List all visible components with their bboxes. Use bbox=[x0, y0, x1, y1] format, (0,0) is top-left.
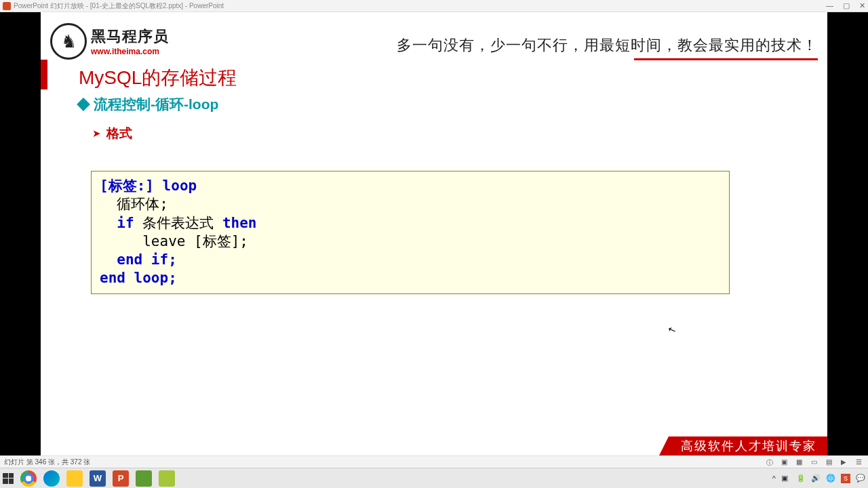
start-button[interactable] bbox=[3, 473, 14, 484]
app-icon-2[interactable] bbox=[159, 470, 175, 487]
status-right: ⓘ ▣ ▦ ▭ ▤ ▶ ☰ bbox=[766, 458, 864, 466]
volume-icon[interactable]: 🔊 bbox=[811, 474, 821, 483]
battery-icon[interactable]: 🔋 bbox=[796, 474, 806, 483]
powerpoint-icon bbox=[3, 2, 11, 10]
code-line-3: if 条件表达式 then bbox=[100, 214, 721, 232]
slideshow-stage[interactable]: ♞ 黑马程序员 www.itheima.com 多一句没有，少一句不行，用最短时… bbox=[0, 12, 868, 455]
slide-counter: 幻灯片 第 346 张，共 372 张 bbox=[4, 458, 90, 467]
code-line-5: end if; bbox=[100, 251, 721, 269]
diamond-bullet-icon bbox=[77, 98, 90, 111]
file-explorer-icon[interactable] bbox=[66, 470, 83, 487]
status-bar: 幻灯片 第 346 张，共 372 张 ⓘ ▣ ▦ ▭ ▤ ▶ ☰ bbox=[0, 455, 868, 468]
format-label: 格式 bbox=[106, 125, 132, 142]
header-underline bbox=[634, 58, 818, 60]
mouse-cursor-icon: ↖ bbox=[667, 323, 678, 336]
app-icon-1[interactable] bbox=[136, 470, 152, 487]
logo-url: www.itheima.com bbox=[91, 47, 169, 56]
reading-view-icon[interactable]: ▭ bbox=[811, 458, 819, 466]
notifications-icon[interactable]: 💬 bbox=[856, 474, 865, 483]
taskbar: W P ^ ▣ 🔋 🔊 🌐 S 💬 bbox=[0, 468, 868, 488]
subtitle-row: 流程控制-循环-loop bbox=[79, 95, 218, 114]
system-tray: ^ ▣ 🔋 🔊 🌐 S 💬 bbox=[772, 474, 865, 483]
powerpoint-taskbar-icon[interactable]: P bbox=[113, 470, 129, 487]
title-bar: PowerPoint 幻灯片放映 - [01-史上最全的SQL教程2.pptx]… bbox=[0, 0, 868, 12]
format-label-row: ➤ 格式 bbox=[92, 125, 132, 142]
footer-ribbon: 高级软件人才培训专家 bbox=[659, 436, 827, 455]
window-controls: — ▢ ✕ bbox=[826, 1, 865, 10]
red-accent-bar bbox=[41, 60, 47, 89]
logo-cn: 黑马程序员 bbox=[91, 26, 169, 47]
info-icon[interactable]: ⓘ bbox=[766, 458, 774, 466]
menu-icon[interactable]: ☰ bbox=[856, 458, 864, 466]
code-line-4: leave [标签]; bbox=[100, 232, 721, 251]
minimize-button[interactable]: — bbox=[826, 1, 833, 10]
tray-app-icon[interactable]: ▣ bbox=[781, 474, 791, 483]
chrome-icon[interactable] bbox=[20, 470, 37, 487]
maximize-button[interactable]: ▢ bbox=[843, 1, 850, 10]
word-icon[interactable]: W bbox=[90, 470, 106, 487]
horse-logo-icon: ♞ bbox=[50, 23, 87, 60]
logo-text: 黑马程序员 www.itheima.com bbox=[91, 26, 169, 56]
browser-icon[interactable] bbox=[43, 470, 60, 487]
code-line-6: end loop; bbox=[100, 269, 721, 287]
slide-title: MySQL的存储过程 bbox=[79, 65, 237, 91]
arrow-bullet-icon: ➤ bbox=[92, 127, 101, 140]
slideshow-icon[interactable]: ▶ bbox=[841, 458, 849, 466]
code-line-2: 循环体; bbox=[100, 195, 721, 214]
network-icon[interactable]: 🌐 bbox=[826, 474, 835, 483]
sorter-view-icon[interactable]: ▦ bbox=[796, 458, 804, 466]
slide: ♞ 黑马程序员 www.itheima.com 多一句没有，少一句不行，用最短时… bbox=[41, 12, 827, 455]
ime-icon[interactable]: S bbox=[841, 474, 850, 483]
slide-header: ♞ 黑马程序员 www.itheima.com 多一句没有，少一句不行，用最短时… bbox=[50, 23, 818, 60]
logo-block: ♞ 黑马程序员 www.itheima.com bbox=[50, 23, 169, 60]
close-button[interactable]: ✕ bbox=[859, 1, 865, 10]
window-title: PowerPoint 幻灯片放映 - [01-史上最全的SQL教程2.pptx]… bbox=[14, 1, 826, 11]
code-line-1: [标签:] loop bbox=[100, 177, 721, 195]
tagline: 多一句没有，少一句不行，用最短时间，教会最实用的技术！ bbox=[397, 23, 818, 56]
tray-chevron-icon[interactable]: ^ bbox=[772, 474, 776, 483]
normal-view-icon[interactable]: ▣ bbox=[781, 458, 789, 466]
subtitle-text: 流程控制-循环-loop bbox=[94, 95, 218, 114]
code-box: [标签:] loop 循环体; if 条件表达式 then leave [标签]… bbox=[91, 171, 730, 294]
slideshow-view-icon[interactable]: ▤ bbox=[826, 458, 834, 466]
